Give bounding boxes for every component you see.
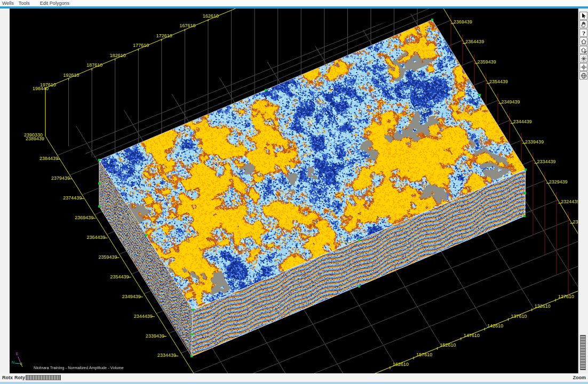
seismic-3d-canvas[interactable] — [10, 9, 578, 373]
help-button[interactable]: ? — [579, 29, 587, 37]
set-home-view-button[interactable] — [579, 46, 587, 54]
home-view-button[interactable] — [579, 37, 587, 45]
camera-type-button[interactable] — [579, 71, 587, 79]
view-mode-button[interactable] — [579, 20, 587, 28]
burst-icon — [581, 55, 587, 62]
viewport-3d[interactable]: 1626101676101726101776101826101876101926… — [10, 9, 578, 373]
question-mark-icon: ? — [581, 30, 587, 36]
bottom-bar: Rotx Roty Zoom — [0, 373, 588, 382]
globe-icon — [581, 73, 587, 79]
home-icon — [581, 38, 587, 45]
zoom-label: Zoom — [573, 375, 586, 380]
zoom-thumbwheel[interactable] — [580, 335, 586, 370]
orientation-axis-north-label: N — [12, 361, 14, 364]
roty-label: Roty — [14, 375, 25, 380]
cursor-arrow-icon — [581, 13, 587, 19]
bottom-window-edge — [0, 382, 588, 384]
hand-icon — [581, 21, 587, 28]
menu-item-tools[interactable]: Tools — [19, 1, 30, 6]
svg-text:?: ? — [582, 30, 585, 36]
right-toolbar: ? — [578, 9, 588, 373]
home-edit-icon — [581, 47, 587, 53]
roty-thumbwheel[interactable] — [26, 375, 61, 380]
orientation-axis-east-label: E — [16, 352, 19, 356]
seek-button[interactable] — [579, 63, 587, 71]
orientation-axis-z-label: Z — [20, 362, 22, 366]
menu-bar: Wells Tools Edit Polygons — [0, 0, 588, 6]
menu-item-edit-polygons[interactable]: Edit Polygons — [40, 1, 69, 6]
crosshair-icon — [581, 64, 587, 70]
menu-item-wells[interactable]: Wells — [2, 1, 14, 6]
pick-mode-button[interactable] — [579, 12, 587, 20]
view-all-button[interactable] — [579, 54, 587, 62]
rotx-label: Rotx — [2, 375, 13, 380]
volume-title: Niobrara Training - Normalized Amplitude… — [34, 365, 124, 370]
